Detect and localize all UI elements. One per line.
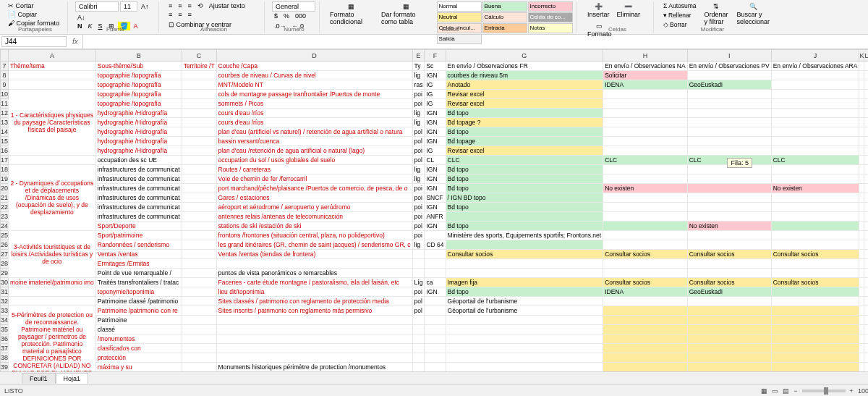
cell-C27[interactable] — [182, 250, 216, 259]
cell-F29[interactable] — [425, 269, 446, 278]
cell-J22[interactable] — [771, 203, 859, 212]
cell-B34[interactable]: Patrimoine — [95, 316, 182, 325]
cell-K33[interactable] — [859, 306, 864, 316]
cell-I39[interactable] — [687, 363, 771, 372]
cell-G32[interactable]: Géoportail de l'urbanisme — [446, 297, 603, 306]
row-header-24[interactable]: 24 — [1, 222, 9, 231]
cell-H11[interactable] — [603, 99, 688, 109]
cell-D28[interactable] — [216, 259, 412, 269]
cell-C12[interactable] — [182, 109, 216, 118]
cell-B36[interactable]: /monumentos — [95, 334, 182, 344]
cell-A31[interactable] — [9, 287, 96, 297]
cell-D24[interactable]: stations de ski /estación de ski — [216, 222, 412, 231]
cell-L28[interactable] — [864, 259, 868, 269]
cell-L12[interactable] — [864, 109, 868, 118]
cell-C17[interactable] — [182, 156, 216, 165]
cell-D9[interactable]: MNT/Modelo NT — [216, 80, 412, 90]
cell-I19[interactable] — [687, 174, 771, 184]
cell-L16[interactable] — [864, 146, 868, 156]
comma-icon[interactable]: 000 — [293, 12, 308, 20]
cell-D25[interactable]: frontons /frontones (situación central, … — [216, 231, 412, 240]
cell-E39[interactable] — [412, 363, 425, 372]
cell-C35[interactable] — [182, 325, 216, 334]
view-normal-icon[interactable]: ▦ — [761, 387, 767, 395]
cell-L37[interactable] — [864, 344, 868, 353]
cell-L21[interactable] — [864, 193, 868, 203]
spreadsheet-grid[interactable]: ABCDEFGHIJKLMN7Thème/temaSous-thème/SubT… — [0, 49, 868, 371]
col-header-C[interactable]: C — [182, 50, 216, 62]
cell-H22[interactable] — [603, 203, 688, 212]
cell-I22[interactable] — [687, 203, 771, 212]
cell-B13[interactable]: hydrographie /Hidrografía — [95, 118, 182, 127]
cell-E19[interactable]: lig — [412, 174, 425, 184]
cell-L36[interactable] — [864, 334, 868, 344]
cell-H33[interactable] — [603, 306, 688, 316]
cell-I21[interactable] — [687, 193, 771, 203]
style-clculo[interactable]: Cálculo — [482, 12, 527, 22]
find-select-button[interactable]: 🔍Buscar y seleccionar — [734, 1, 773, 29]
row-header-7[interactable]: 7 — [1, 62, 9, 71]
cell-F18[interactable]: IGN — [425, 165, 446, 174]
cell-K34[interactable] — [859, 316, 864, 325]
cell-F11[interactable]: IG — [425, 99, 446, 109]
cell-A17[interactable] — [9, 156, 96, 165]
cell-D8[interactable]: courbes de niveau / Curvas de nivel — [216, 71, 412, 80]
cell-C28[interactable] — [182, 259, 216, 269]
col-header-K[interactable]: K — [859, 50, 864, 62]
cell-A18[interactable]: 2 - Dynamiques d´occupations et de dépla… — [9, 165, 96, 231]
cell-J14[interactable] — [771, 127, 859, 137]
cell-J32[interactable] — [771, 297, 859, 306]
cell-I14[interactable] — [687, 127, 771, 137]
cell-K35[interactable] — [859, 325, 864, 334]
cell-C11[interactable] — [182, 99, 216, 109]
cell-H34[interactable] — [603, 316, 688, 325]
cell-D32[interactable]: Sites classés / patrimonio con reglament… — [216, 297, 412, 306]
cell-G26[interactable] — [446, 240, 603, 250]
cell-G23[interactable] — [446, 212, 603, 222]
cell-K24[interactable] — [859, 222, 864, 231]
cell-J21[interactable] — [771, 193, 859, 203]
number-format-select[interactable] — [272, 1, 315, 12]
cell-G30[interactable]: Imagen fija — [446, 278, 603, 287]
cell-L9[interactable] — [864, 80, 868, 90]
cell-E11[interactable]: poi — [412, 99, 425, 109]
cell-E23[interactable]: poi — [412, 212, 425, 222]
cell-I20[interactable] — [687, 184, 771, 193]
cell-L38[interactable] — [864, 353, 868, 363]
cell-B28[interactable]: Ermitages /Ermitas — [95, 259, 182, 269]
cell-C29[interactable] — [182, 269, 216, 278]
cell-H8[interactable]: Solicitar — [603, 71, 688, 80]
cell-I29[interactable] — [687, 269, 771, 278]
cell-G20[interactable]: Bd topo — [446, 184, 603, 193]
cell-D14[interactable]: plan d'eau (artificiel vs naturel) / ret… — [216, 127, 412, 137]
cell-D34[interactable] — [216, 316, 412, 325]
cell-G8[interactable]: courbes de niveau 5m — [446, 71, 603, 80]
cell-G29[interactable] — [446, 269, 603, 278]
row-header-33[interactable]: 33 — [1, 306, 9, 316]
cell-J9[interactable] — [771, 80, 859, 90]
cell-B19[interactable]: infrastructures de communicat — [95, 174, 182, 184]
cell-H12[interactable] — [603, 109, 688, 118]
cell-E38[interactable] — [412, 353, 425, 363]
cell-J16[interactable] — [771, 146, 859, 156]
cell-B9[interactable]: topographie /topografía — [95, 80, 182, 90]
cell-J36[interactable] — [771, 334, 859, 344]
cell-E36[interactable] — [412, 334, 425, 344]
cell-I16[interactable] — [687, 146, 771, 156]
cell-B8[interactable]: topographie /topografía — [95, 71, 182, 80]
cell-J15[interactable] — [771, 137, 859, 146]
cell-H25[interactable] — [603, 231, 688, 240]
cell-I33[interactable] — [687, 306, 771, 316]
cell-G15[interactable]: Bd topage — [446, 137, 603, 146]
cell-H32[interactable] — [603, 297, 688, 306]
increase-font-icon[interactable]: A↑ — [139, 2, 151, 11]
row-header-37[interactable]: 37 — [1, 344, 9, 353]
cell-I12[interactable] — [687, 109, 771, 118]
cell-H20[interactable]: No existen — [603, 184, 688, 193]
cell-C15[interactable] — [182, 137, 216, 146]
cell-L35[interactable] — [864, 325, 868, 334]
cell-D20[interactable]: port marchand/pêche/plaisance /Puertos d… — [216, 184, 412, 193]
cell-F39[interactable] — [425, 363, 446, 372]
cell-H14[interactable] — [603, 127, 688, 137]
cell-L27[interactable] — [864, 250, 868, 259]
